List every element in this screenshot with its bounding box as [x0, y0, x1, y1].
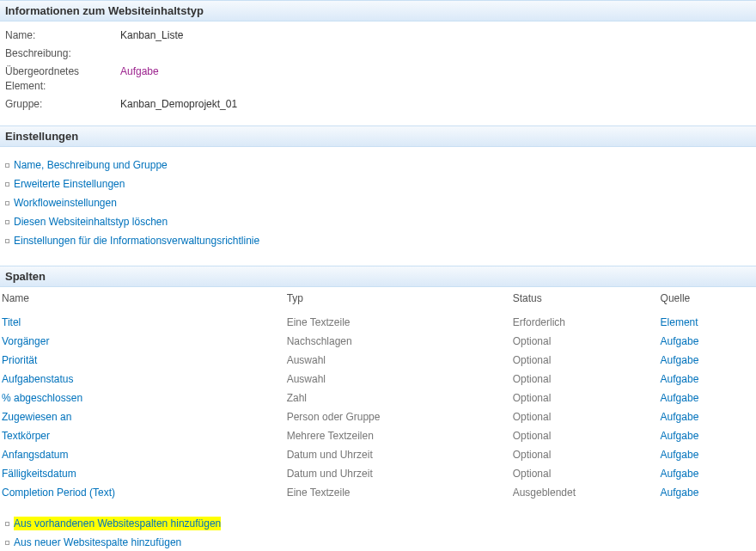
table-row: Completion Period (Text)Eine TextzeileAu…: [0, 483, 756, 502]
column-source-link[interactable]: Aufgabe: [661, 430, 699, 442]
info-table: Name: Kanban_Liste Beschreibung: Übergeo…: [5, 27, 751, 113]
column-name-link[interactable]: % abgeschlossen: [2, 392, 82, 404]
column-status: Erforderlich: [504, 313, 652, 332]
column-status: Optional: [504, 426, 652, 445]
bullet-icon: [5, 522, 9, 526]
info-value: Kanban_Demoprojekt_01: [120, 97, 237, 112]
table-row: TitelEine TextzeileErforderlichElement: [0, 313, 756, 332]
table-row: Zugewiesen anPerson oder GruppeOptionalA…: [0, 407, 756, 426]
section-header-info: Informationen zum Websiteinhaltstyp: [0, 0, 756, 21]
settings-link[interactable]: Einstellungen für die Informationsverwal…: [14, 234, 259, 248]
section-header-columns: Spalten: [0, 266, 756, 287]
table-row: PrioritätAuswahlOptionalAufgabe: [0, 351, 756, 370]
column-source-link[interactable]: Aufgabe: [661, 373, 699, 385]
column-type: Zahl: [278, 389, 504, 407]
column-status: Optional: [504, 370, 652, 389]
table-row: TextkörperMehrere TextzeilenOptionalAufg…: [0, 426, 756, 445]
column-action-item: Aus neuer Websitespalte hinzufügen: [5, 533, 751, 551]
column-type: Eine Textzeile: [278, 313, 504, 332]
column-status: Optional: [504, 332, 652, 351]
settings-link-item: Workfloweinstellungen: [5, 193, 751, 212]
column-source-link[interactable]: Aufgabe: [661, 335, 699, 347]
column-header-type[interactable]: Typ: [278, 287, 504, 313]
column-header-source[interactable]: Quelle: [652, 287, 756, 313]
bullet-icon: [5, 182, 9, 187]
column-status: Optional: [504, 407, 652, 426]
column-type: Nachschlagen: [278, 332, 504, 351]
column-source-link[interactable]: Aufgabe: [661, 487, 699, 499]
column-name-link[interactable]: Completion Period (Text): [2, 487, 115, 499]
settings-link-item: Name, Beschreibung und Gruppe: [5, 156, 751, 174]
column-name-link[interactable]: Titel: [2, 316, 21, 328]
column-header-status[interactable]: Status: [504, 287, 652, 313]
info-value: Kanban_Liste: [120, 28, 183, 43]
column-source-link[interactable]: Aufgabe: [661, 354, 699, 366]
column-source-link[interactable]: Aufgabe: [661, 392, 699, 404]
settings-link-item: Erweiterte Einstellungen: [5, 174, 751, 193]
info-row-group: Gruppe: Kanban_Demoprojekt_01: [5, 95, 751, 113]
info-label: Gruppe:: [5, 97, 120, 112]
column-name-link[interactable]: Anfangsdatum: [2, 449, 68, 461]
section-header-settings: Einstellungen: [0, 126, 756, 147]
column-type: Auswahl: [278, 351, 504, 370]
column-source-link[interactable]: Aufgabe: [661, 411, 699, 423]
info-label: Beschreibung:: [5, 46, 120, 61]
table-row: % abgeschlossenZahlOptionalAufgabe: [0, 389, 756, 407]
columns-table: Name Typ Status Quelle TitelEine Textzei…: [0, 287, 756, 502]
column-name-link[interactable]: Fälligkeitsdatum: [2, 468, 76, 480]
column-name-link[interactable]: Priorität: [2, 354, 37, 366]
parent-link[interactable]: Aufgabe: [120, 64, 159, 94]
column-action-link[interactable]: Aus neuer Websitespalte hinzufügen: [14, 536, 181, 549]
bullet-icon: [5, 163, 9, 168]
bullet-icon: [5, 201, 9, 205]
columns-header-row: Name Typ Status Quelle: [0, 287, 756, 313]
column-source-link[interactable]: Aufgabe: [661, 468, 699, 480]
bullet-icon: [5, 541, 9, 545]
column-status: Optional: [504, 389, 652, 407]
settings-list: Name, Beschreibung und GruppeErweiterte …: [5, 156, 751, 250]
column-name-link[interactable]: Zugewiesen an: [2, 411, 71, 423]
column-name-link[interactable]: Vorgänger: [2, 335, 49, 347]
settings-link-item: Diesen Websiteinhaltstyp löschen: [5, 212, 751, 231]
column-source-link[interactable]: Element: [661, 316, 698, 328]
column-action-item: Aus vorhandenen Websitespalten hinzufüge…: [5, 514, 751, 533]
column-type: Eine Textzeile: [278, 483, 504, 502]
column-type: Person oder Gruppe: [278, 407, 504, 426]
table-row: AufgabenstatusAuswahlOptionalAufgabe: [0, 370, 756, 389]
bullet-icon: [5, 220, 9, 224]
column-name-link[interactable]: Textkörper: [2, 430, 50, 442]
column-actions-list: Aus vorhandenen Websitespalten hinzufüge…: [5, 514, 751, 551]
info-label: Name:: [5, 28, 120, 43]
column-type: Mehrere Textzeilen: [278, 426, 504, 445]
table-row: VorgängerNachschlagenOptionalAufgabe: [0, 332, 756, 351]
column-header-name[interactable]: Name: [0, 287, 278, 313]
column-type: Auswahl: [278, 370, 504, 389]
column-status: Ausgeblendet: [504, 483, 652, 502]
settings-link[interactable]: Workfloweinstellungen: [14, 196, 117, 210]
column-status: Optional: [504, 445, 652, 464]
column-name-link[interactable]: Aufgabenstatus: [2, 373, 73, 385]
column-source-link[interactable]: Aufgabe: [661, 449, 699, 461]
column-type: Datum und Uhrzeit: [278, 445, 504, 464]
column-status: Optional: [504, 464, 652, 483]
bullet-icon: [5, 239, 9, 243]
table-row: FälligkeitsdatumDatum und UhrzeitOptiona…: [0, 464, 756, 483]
settings-link-item: Einstellungen für die Informationsverwal…: [5, 231, 751, 250]
info-label: Übergeordnetes Element:: [5, 64, 120, 94]
settings-link[interactable]: Name, Beschreibung und Gruppe: [14, 158, 168, 172]
settings-link[interactable]: Diesen Websiteinhaltstyp löschen: [14, 215, 168, 229]
info-row-description: Beschreibung:: [5, 45, 751, 63]
info-row-name: Name: Kanban_Liste: [5, 27, 751, 45]
info-row-parent: Übergeordnetes Element: Aufgabe: [5, 63, 751, 95]
table-row: AnfangsdatumDatum und UhrzeitOptionalAuf…: [0, 445, 756, 464]
column-status: Optional: [504, 351, 652, 370]
settings-link[interactable]: Erweiterte Einstellungen: [14, 177, 125, 191]
column-type: Datum und Uhrzeit: [278, 464, 504, 483]
column-action-link[interactable]: Aus vorhandenen Websitespalten hinzufüge…: [14, 517, 221, 530]
